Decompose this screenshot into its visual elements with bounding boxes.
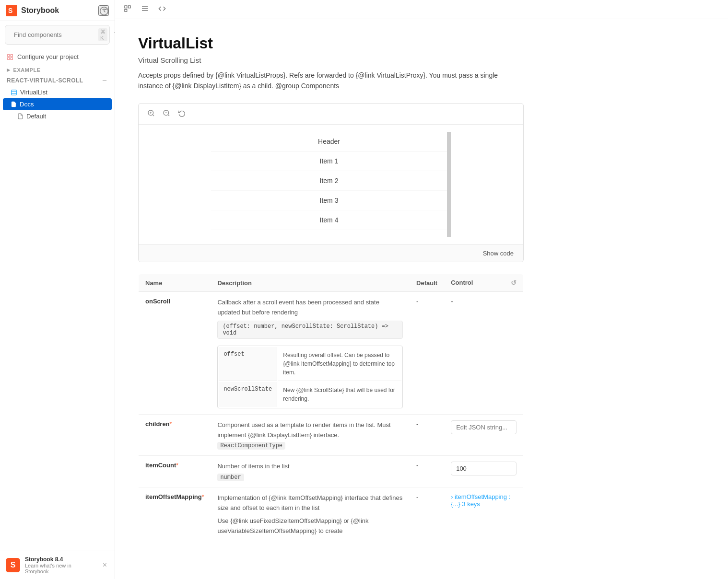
toast-logo: S: [6, 558, 20, 572]
sidebar: S Storybook ⌘ K: [0, 0, 115, 579]
prop-control-cell: -: [444, 292, 523, 415]
itemcount-control-input[interactable]: [451, 462, 517, 475]
prop-name-cell: itemCount*: [139, 456, 211, 487]
col-default: Default: [410, 274, 444, 292]
sidebar-toast: S Storybook 8.4 Learn what's new in Stor…: [0, 551, 115, 579]
react-section-title: REACT-VIRTUAL-SCROLL: [7, 77, 83, 84]
storybook-title: Storybook: [21, 6, 59, 15]
virtuallist-group-item[interactable]: VirtualList: [0, 86, 115, 98]
table-row: onScroll Callback after a scroll event h…: [139, 292, 524, 415]
docs-subtitle: Virtual Scrolling List: [138, 56, 524, 64]
prop-type: number: [217, 474, 244, 481]
param-desc: New {@link ScrollState} that will be use…: [278, 382, 401, 407]
default-story-item[interactable]: Default: [0, 110, 115, 122]
col-description: Description: [211, 274, 410, 292]
prop-control-cell[interactable]: [444, 456, 523, 487]
view-button-1[interactable]: [121, 3, 134, 16]
svg-rect-12: [11, 58, 12, 59]
svg-text:S: S: [8, 7, 12, 14]
prop-name: children: [145, 420, 170, 428]
svg-rect-10: [8, 54, 10, 56]
sidebar-nav: Configure your project ▶ EXAMPLE REACT-V…: [0, 48, 115, 551]
param-row: newScrollState New {@link ScrollState} t…: [219, 382, 401, 407]
story-icon: [17, 113, 23, 119]
prop-name-cell: onScroll: [139, 292, 211, 415]
col-name: Name: [139, 274, 211, 292]
prop-required: *: [202, 494, 204, 500]
show-code-button[interactable]: Show code: [479, 248, 517, 259]
prop-description: Component used as a template to render i…: [217, 420, 403, 440]
docs-description: Accepts props defined by {@link VirtualL…: [138, 70, 524, 92]
preview-box: Header Item 1 Item 2 Item 3 Item 4 Item …: [138, 103, 524, 262]
reset-controls-icon[interactable]: ↺: [511, 279, 517, 287]
docs-label: Docs: [20, 101, 34, 108]
search-shortcut: ⌘ K: [98, 28, 107, 41]
children-control-input[interactable]: [451, 420, 517, 434]
view-button-2[interactable]: [138, 3, 152, 16]
prop-description: Implementation of {@link ItemOffsetMappi…: [217, 493, 403, 513]
toast-text: Storybook 8.4 Learn what's new in Storyb…: [25, 556, 96, 574]
toast-close-button[interactable]: ×: [101, 561, 109, 569]
scroll-thumb: [447, 137, 450, 165]
prop-control-cell[interactable]: [444, 414, 523, 456]
zoom-out-button[interactable]: [160, 107, 173, 120]
svg-rect-11: [11, 54, 12, 56]
search-input[interactable]: [14, 31, 94, 38]
toast-title: Storybook 8.4: [25, 556, 96, 563]
prop-required: *: [170, 421, 172, 428]
configure-project-item[interactable]: Configure your project: [0, 50, 115, 63]
table-row: itemCount* Number of items in the list n…: [139, 456, 524, 487]
docs-title: VirtualList: [138, 35, 524, 52]
param-table: offset Resulting overall offset. Can be …: [217, 346, 403, 408]
svg-rect-13: [8, 58, 10, 59]
itemoffsetmapping-control-link[interactable]: › itemOffsetMapping : {...} 3 keys: [451, 493, 510, 508]
prop-name: onScroll: [145, 298, 170, 305]
list-item: Item 3: [211, 191, 447, 210]
param-name: offset: [219, 347, 277, 381]
preview-frame: Header Item 1 Item 2 Item 3 Item 4 Item …: [139, 125, 523, 244]
prop-name: itemOffsetMapping: [145, 493, 202, 500]
filter-button[interactable]: [111, 30, 115, 40]
prop-description-cell: Number of items in the list number: [211, 456, 410, 487]
virtual-list-demo: Header Item 1 Item 2 Item 3 Item 4 Item …: [211, 132, 451, 237]
update-icon-button[interactable]: [98, 5, 109, 16]
svg-line-25: [153, 115, 154, 116]
svg-line-29: [168, 115, 169, 116]
props-table-header: Name Description Default Control ↺: [139, 274, 524, 292]
prop-default-cell: -: [410, 456, 444, 487]
docs-item[interactable]: Docs: [3, 98, 112, 110]
main-content: VirtualList Virtual Scrolling List Accep…: [115, 0, 728, 579]
configure-icon: [7, 54, 13, 60]
prop-default-cell: -: [410, 487, 444, 542]
toast-subtitle: Learn what's new in Storybook: [25, 563, 96, 574]
sidebar-logo[interactable]: S Storybook: [6, 5, 98, 16]
param-name: newScrollState: [219, 382, 277, 407]
prop-default-cell: -: [410, 414, 444, 456]
docs-content: VirtualList Virtual Scrolling List Accep…: [115, 19, 547, 565]
svg-rect-20: [125, 9, 127, 12]
react-virtual-scroll-group: REACT-VIRTUAL-SCROLL VirtualList D: [0, 75, 115, 122]
virtual-list-header: Header: [211, 132, 447, 151]
show-code-bar: Show code: [139, 244, 523, 262]
react-section-label[interactable]: REACT-VIRTUAL-SCROLL: [0, 75, 115, 86]
zoom-in-button[interactable]: [144, 107, 158, 120]
storybook-logo-icon: S: [6, 5, 17, 16]
col-control: Control ↺: [444, 274, 523, 292]
list-item: Item 4: [211, 210, 447, 230]
reset-zoom-button[interactable]: [175, 107, 188, 120]
example-section[interactable]: ▶ EXAMPLE: [0, 63, 115, 75]
prop-control-cell[interactable]: › itemOffsetMapping : {...} 3 keys: [444, 487, 523, 542]
table-row: children* Component used as a template t…: [139, 414, 524, 456]
search-bar[interactable]: ⌘ K: [5, 25, 110, 45]
props-table: Name Description Default Control ↺ onScr…: [138, 274, 524, 543]
prop-name: itemCount: [145, 462, 176, 469]
param-desc: Resulting overall offset. Can be passed …: [278, 347, 401, 381]
col-control-label: Control: [451, 279, 473, 286]
example-arrow: ▶: [7, 68, 11, 72]
prop-name-cell: children*: [139, 414, 211, 456]
virtuallist-label: VirtualList: [20, 89, 47, 96]
prop-code-signature: (offset: number, newScrollState: ScrollS…: [217, 321, 403, 339]
view-button-3[interactable]: [155, 3, 169, 16]
prop-description-cell: Implementation of {@link ItemOffsetMappi…: [211, 487, 410, 542]
prop-description-cell: Callback after a scroll event has been p…: [211, 292, 410, 415]
